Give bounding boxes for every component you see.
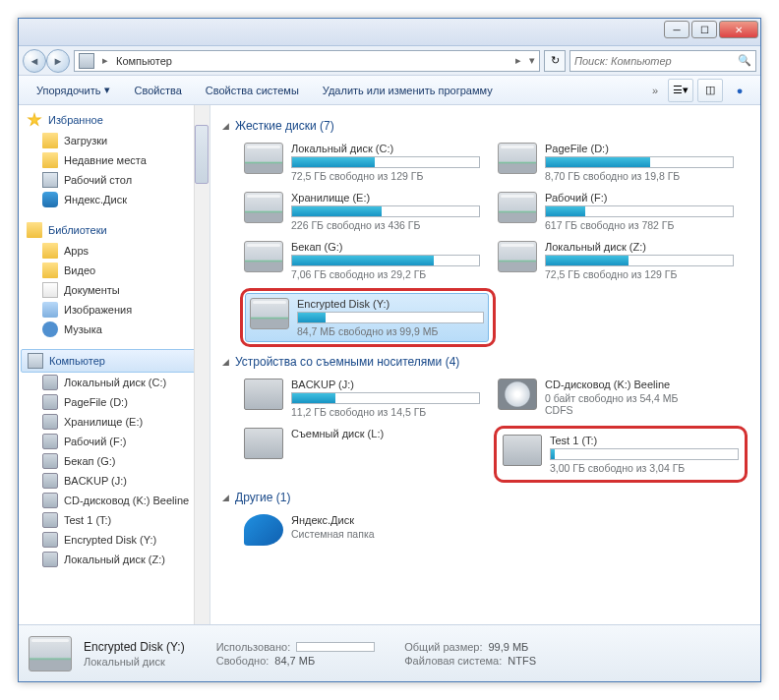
drive-item[interactable]: BACKUP (J:)11,2 ГБ свободно из 14,5 ГБ bbox=[240, 375, 484, 422]
uninstall-button[interactable]: Удалить или изменить программу bbox=[313, 81, 503, 100]
chevron-down-icon: ▾ bbox=[104, 84, 110, 96]
breadcrumb[interactable]: Компьютер bbox=[116, 55, 508, 67]
drive-icon bbox=[244, 192, 283, 223]
free-value: 84,7 МБ bbox=[274, 655, 315, 667]
sidebar-item-yandex[interactable]: Яндекс.Диск bbox=[21, 190, 208, 209]
used-label: Использовано: bbox=[216, 641, 291, 653]
sidebar-item-drive-c[interactable]: Локальный диск (C:) bbox=[21, 373, 208, 392]
drive-name: Хранилище (E:) bbox=[291, 192, 480, 204]
view-button[interactable]: ☰▾ bbox=[668, 79, 693, 102]
sidebar-item-drive-k[interactable]: CD-дисковод (K:) Beeline bbox=[21, 491, 208, 510]
search-input[interactable] bbox=[574, 55, 738, 67]
sidebar-item-apps[interactable]: Apps bbox=[21, 241, 208, 261]
sidebar-item-drive-z[interactable]: Локальный диск (Z:) bbox=[21, 550, 208, 569]
computer-icon bbox=[79, 53, 94, 69]
drive-icon bbox=[42, 453, 58, 469]
drive-item[interactable]: Съемный диск (L:) bbox=[240, 424, 484, 485]
address-bar[interactable]: ▸ Компьютер ▸ ▾ bbox=[74, 50, 540, 72]
total-label: Общий размер: bbox=[404, 641, 482, 653]
desktop-icon bbox=[42, 172, 58, 188]
section-hdd-header[interactable]: ◢Жесткие диски (7) bbox=[222, 113, 749, 139]
minimize-button[interactable]: ─ bbox=[664, 21, 689, 38]
maximize-button[interactable]: ☐ bbox=[691, 21, 717, 38]
drive-free-text: 11,2 ГБ свободно из 14,5 ГБ bbox=[291, 406, 480, 418]
system-properties-button[interactable]: Свойства системы bbox=[196, 81, 309, 100]
scrollbar-thumb[interactable] bbox=[195, 125, 209, 184]
sidebar-item-drive-t[interactable]: Test 1 (T:) bbox=[21, 510, 208, 530]
fs-label: Файловая система: bbox=[404, 655, 502, 667]
drive-icon bbox=[42, 434, 58, 449]
drive-free-text: 3,00 ГБ свободно из 3,04 ГБ bbox=[550, 462, 739, 474]
sidebar-item-drive-e[interactable]: Хранилище (E:) bbox=[21, 412, 208, 432]
sidebar-computer-header[interactable]: Компьютер bbox=[21, 349, 208, 373]
drive-free-text: 226 ГБ свободно из 436 ГБ bbox=[291, 219, 480, 231]
properties-button[interactable]: Свойства bbox=[124, 81, 191, 100]
sidebar-libraries-header[interactable]: Библиотеки bbox=[21, 219, 208, 241]
drive-item[interactable]: Яндекс.ДискСистемная папка bbox=[240, 510, 484, 550]
drive-icon bbox=[29, 636, 72, 671]
sidebar-item-drive-d[interactable]: PageFile (D:) bbox=[21, 392, 208, 412]
sidebar-item-drive-f[interactable]: Рабочий (F:) bbox=[21, 432, 208, 451]
search-icon: 🔍 bbox=[738, 54, 751, 67]
video-icon bbox=[42, 262, 58, 278]
sidebar-item-music[interactable]: Музыка bbox=[21, 320, 208, 339]
sidebar-item-video[interactable]: Видео bbox=[21, 261, 208, 280]
sidebar-item-downloads[interactable]: Загрузки bbox=[21, 131, 208, 150]
drive-sub-text: CDFS bbox=[545, 404, 734, 416]
collapse-icon: ◢ bbox=[222, 357, 229, 367]
drive-item[interactable]: CD-дисковод (K:) Beeline0 байт свободно … bbox=[494, 375, 738, 422]
sidebar-item-drive-j[interactable]: BACKUP (J:) bbox=[21, 471, 208, 491]
drive-icon bbox=[498, 143, 537, 174]
music-icon bbox=[42, 321, 58, 337]
drive-free-text: 7,06 ГБ свободно из 29,2 ГБ bbox=[291, 268, 480, 280]
folder-icon bbox=[42, 243, 58, 259]
drive-free-text: 84,7 МБ свободно из 99,9 МБ bbox=[297, 325, 484, 337]
close-button[interactable]: ✕ bbox=[719, 21, 758, 38]
drive-item[interactable]: Локальный диск (Z:)72,5 ГБ свободно из 1… bbox=[494, 237, 738, 284]
preview-pane-button[interactable]: ◫ bbox=[697, 79, 723, 102]
content-pane: ◢Жесткие диски (7) Локальный диск (C:)72… bbox=[210, 105, 760, 624]
cloud-icon bbox=[42, 192, 58, 207]
drive-item[interactable]: Локальный диск (C:)72,5 ГБ свободно из 1… bbox=[240, 139, 484, 186]
folder-icon bbox=[42, 133, 58, 148]
drive-item[interactable]: Бекап (G:)7,06 ГБ свободно из 29,2 ГБ bbox=[240, 237, 484, 284]
drive-item[interactable]: Encrypted Disk (Y:)84,7 МБ свободно из 9… bbox=[245, 293, 489, 342]
sidebar-item-desktop[interactable]: Рабочий стол bbox=[21, 170, 208, 190]
refresh-button[interactable]: ↻ bbox=[544, 50, 566, 72]
forward-button[interactable]: ► bbox=[46, 49, 70, 73]
sidebar-favorites-header[interactable]: Избранное bbox=[21, 109, 208, 131]
sidebar-item-drive-g[interactable]: Бекап (G:) bbox=[21, 451, 208, 471]
titlebar: ─ ☐ ✕ bbox=[19, 19, 760, 46]
sidebar-item-documents[interactable]: Документы bbox=[21, 280, 208, 300]
sidebar-item-drive-y[interactable]: Encrypted Disk (Y:) bbox=[21, 530, 208, 550]
sidebar-scrollbar[interactable] bbox=[194, 105, 210, 624]
section-removable-header[interactable]: ◢Устройства со съемными носителями (4) bbox=[222, 349, 749, 375]
drive-icon bbox=[42, 375, 58, 390]
sidebar-item-recent[interactable]: Недавние места bbox=[21, 150, 208, 170]
drive-icon bbox=[42, 473, 58, 489]
search-bar[interactable]: 🔍 bbox=[569, 50, 756, 72]
toolbar-more-icon[interactable]: » bbox=[646, 85, 664, 96]
organize-button[interactable]: Упорядочить ▾ bbox=[27, 80, 120, 100]
drive-item[interactable]: Хранилище (E:)226 ГБ свободно из 436 ГБ bbox=[240, 188, 484, 235]
drive-icon bbox=[42, 552, 58, 567]
drive-item[interactable]: PageFile (D:)8,70 ГБ свободно из 19,8 ГБ bbox=[494, 139, 738, 186]
used-bar bbox=[296, 642, 375, 652]
back-button[interactable]: ◄ bbox=[23, 49, 46, 73]
drive-item[interactable]: Рабочий (F:)617 ГБ свободно из 782 ГБ bbox=[494, 188, 738, 235]
star-icon bbox=[27, 112, 42, 128]
address-dropdown-icon[interactable]: ▾ bbox=[529, 54, 535, 67]
sidebar-item-pictures[interactable]: Изображения bbox=[21, 300, 208, 320]
drive-icon bbox=[244, 514, 283, 546]
navigation-pane: Избранное Загрузки Недавние места Рабочи… bbox=[19, 105, 210, 624]
drive-icon bbox=[244, 379, 283, 410]
explorer-window: ─ ☐ ✕ ◄ ► ▸ Компьютер ▸ ▾ ↻ 🔍 Упорядочит… bbox=[18, 18, 761, 682]
section-other-header[interactable]: ◢Другие (1) bbox=[222, 485, 749, 510]
drive-icon bbox=[498, 241, 537, 272]
drive-icon bbox=[42, 414, 58, 430]
drive-icon bbox=[244, 143, 283, 174]
drive-item[interactable]: Test 1 (T:)3,00 ГБ свободно из 3,04 ГБ bbox=[499, 431, 743, 478]
document-icon bbox=[42, 282, 58, 298]
fs-value: NTFS bbox=[508, 655, 536, 667]
help-button[interactable]: ● bbox=[727, 79, 752, 102]
